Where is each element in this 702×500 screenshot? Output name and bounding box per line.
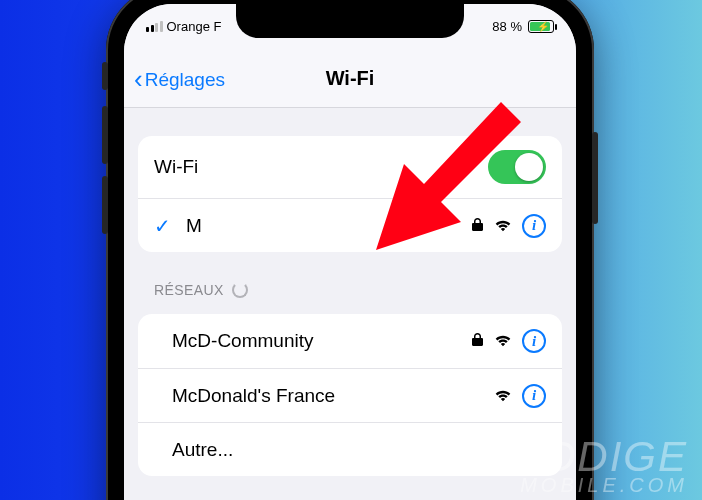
info-icon[interactable]: i <box>522 384 546 408</box>
wifi-icon <box>494 385 512 407</box>
back-button[interactable]: ‹ Réglages <box>134 69 225 91</box>
network-row[interactable]: McD-Community i <box>138 314 562 368</box>
wifi-icon <box>494 215 512 237</box>
lock-icon <box>471 332 484 350</box>
networks-header-label: RÉSEAUX <box>154 282 224 298</box>
wifi-icon <box>494 330 512 352</box>
spinner-icon <box>232 282 248 298</box>
info-icon[interactable]: i <box>522 329 546 353</box>
networks-header: RÉSEAUX <box>138 282 562 306</box>
page-title: Wi-Fi <box>326 67 375 90</box>
status-bar: Orange F 88 % ⚡ <box>124 10 576 42</box>
network-row[interactable]: McDonald's France i <box>138 368 562 422</box>
carrier-label: Orange F <box>167 19 222 34</box>
info-icon[interactable]: i <box>522 214 546 238</box>
battery-icon: ⚡ <box>528 20 554 33</box>
power-button <box>592 132 598 224</box>
connected-network-row[interactable]: ✓ M i <box>138 198 562 252</box>
battery-percent: 88 % <box>492 19 522 34</box>
back-label: Réglages <box>145 69 225 91</box>
networks-group: McD-Community i McDonald's France <box>138 314 562 476</box>
checkmark-icon: ✓ <box>154 214 174 238</box>
phone-frame: Orange F 88 % ⚡ ‹ Réglages Wi-Fi Wi-Fi <box>106 0 594 500</box>
volume-down <box>102 176 108 234</box>
wifi-toggle-label: Wi-Fi <box>154 156 476 178</box>
wifi-toggle-group: Wi-Fi ✓ M i <box>138 136 562 252</box>
lock-icon <box>471 217 484 235</box>
signal-icon <box>146 21 163 32</box>
wifi-toggle[interactable] <box>488 150 546 184</box>
other-network-row[interactable]: Autre... <box>138 422 562 476</box>
network-name: McDonald's France <box>154 385 482 407</box>
screen: Orange F 88 % ⚡ ‹ Réglages Wi-Fi Wi-Fi <box>124 4 576 500</box>
mute-switch <box>102 62 108 90</box>
wifi-toggle-row[interactable]: Wi-Fi <box>138 136 562 198</box>
network-name: McD-Community <box>154 330 459 352</box>
connected-network-name: M <box>186 215 459 237</box>
volume-up <box>102 106 108 164</box>
content: Wi-Fi ✓ M i <box>124 136 576 476</box>
other-label: Autre... <box>154 439 546 461</box>
